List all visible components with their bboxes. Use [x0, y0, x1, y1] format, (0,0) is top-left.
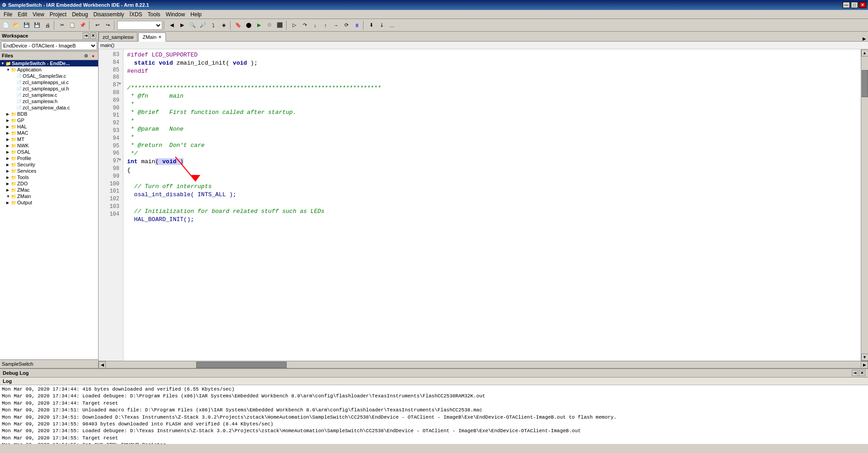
debug-close-button[interactable]: ✕	[859, 370, 865, 376]
tb-undo[interactable]: ↩	[92, 20, 102, 30]
menu-debug[interactable]: Debug	[69, 11, 90, 18]
tree-item[interactable]: ▼📁ZMain	[0, 193, 98, 199]
tb-step-over[interactable]: ↷	[300, 20, 310, 30]
menu-tools[interactable]: Tools	[145, 11, 163, 18]
tree-item[interactable]: ▶📁ZDO	[0, 180, 98, 187]
tb-redo[interactable]: ↪	[103, 20, 113, 30]
tab-zcl-samplesw[interactable]: zcl_samplesw	[99, 32, 137, 41]
tree-item[interactable]: 📄OSAL_SampleSw.c	[0, 73, 98, 79]
tree-item[interactable]: ▼📁Application	[0, 66, 98, 73]
tree-item[interactable]: 📄zcl_samplesw.h	[0, 98, 98, 104]
h-scroll-track[interactable]	[106, 361, 861, 368]
menu-view[interactable]: View	[30, 11, 47, 18]
tree-item[interactable]: ▶📁MT	[0, 136, 98, 142]
tree-item[interactable]: ▶📁OSAL	[0, 149, 98, 155]
tree-item[interactable]: ▶📁Profile	[0, 155, 98, 161]
tb-break[interactable]: ⏸	[352, 20, 362, 30]
tb-step-out[interactable]: ↑	[321, 20, 330, 30]
tb-reset[interactable]: ⟳	[341, 20, 351, 30]
tb-bookmark[interactable]: 🔖	[233, 20, 243, 30]
tb-search[interactable]: 🔍	[188, 20, 198, 30]
workspace-float-button[interactable]: ⇥	[83, 33, 89, 39]
close-button[interactable]: ✕	[859, 2, 866, 8]
line-number: 97▼	[102, 157, 121, 165]
workspace-config-select[interactable]: EndDevice - OTAClient - ImageB	[1, 41, 97, 50]
tree-item[interactable]: ▶📁Tools	[0, 174, 98, 180]
tb-save[interactable]: 💾	[22, 20, 32, 30]
tb-search2[interactable]: 🔎	[198, 20, 208, 30]
workspace-close-button[interactable]: ✕	[90, 33, 96, 39]
tree-item-label: zcl_samplesw.h	[23, 99, 57, 104]
tree-item[interactable]: ▶📁BDB	[0, 111, 98, 117]
tab-zmain-close[interactable]: ✕	[158, 35, 162, 39]
menu-xds[interactable]: ΪXDS	[127, 11, 145, 18]
tb-copy[interactable]: 📋	[67, 20, 77, 30]
tb-sep7	[363, 21, 365, 30]
tb-run-to[interactable]: →	[331, 20, 341, 30]
tb-stop[interactable]: ⬛	[275, 20, 285, 30]
tb-bp-toggle[interactable]: ⬤	[244, 20, 254, 30]
tb-target-dropdown[interactable]	[117, 21, 162, 30]
tree-item-label: GP	[17, 118, 24, 123]
menu-edit[interactable]: Edit	[15, 11, 30, 18]
debug-float-button[interactable]: ⇥	[852, 370, 858, 376]
h-scroll-left-button[interactable]: ◀	[99, 361, 106, 368]
tb-compile[interactable]: ⚙	[264, 20, 274, 30]
tb-match[interactable]: ◈	[219, 20, 229, 30]
minimize-button[interactable]: —	[843, 2, 850, 8]
scroll-up-button[interactable]: ▲	[861, 49, 868, 57]
right-scrollbar[interactable]: ▲ ▼	[861, 49, 868, 361]
menu-file[interactable]: File	[1, 11, 15, 18]
tb-more[interactable]: …	[387, 20, 397, 30]
tree-item[interactable]: ▶📁Services	[0, 168, 98, 174]
tb-new[interactable]: 📄	[1, 20, 11, 30]
menu-project[interactable]: Project	[47, 11, 69, 18]
tree-item[interactable]: 📄zcl_samplesw.c	[0, 92, 98, 98]
tb-download1[interactable]: ⬇	[366, 20, 376, 30]
scroll-track[interactable]	[861, 57, 868, 354]
maximize-button[interactable]: □	[851, 2, 858, 8]
tb-nav-prev[interactable]: ◀	[167, 20, 177, 30]
tb-cut[interactable]: ✂	[57, 20, 67, 30]
tb-save2[interactable]: 💾	[32, 20, 42, 30]
tree-item[interactable]: ▼📁SampleSwitch - EndDe...	[0, 60, 98, 66]
menu-help[interactable]: Help	[188, 11, 204, 18]
tree-item[interactable]: ▶📁NWK	[0, 142, 98, 149]
tb-paste[interactable]: 📌	[78, 20, 88, 30]
tree-item[interactable]: ▶📁ZMac	[0, 187, 98, 193]
workspace-dropdown[interactable]: EndDevice - OTAClient - ImageB	[0, 40, 98, 52]
tab-scroll-right[interactable]: ▶	[861, 36, 868, 41]
tree-item-label: MAC	[17, 130, 28, 136]
folder-icon: 📁	[11, 112, 16, 117]
h-scrollbar: ◀ ▶	[99, 361, 868, 368]
h-scroll-right-button[interactable]: ▶	[861, 361, 868, 368]
tb-debug-start[interactable]: ▷	[289, 20, 299, 30]
tree-item[interactable]: 📄zcl_samplesw_data.c	[0, 104, 98, 111]
tree-item[interactable]: 📄zcl_sampleapps_ui.h	[0, 85, 98, 92]
menu-window[interactable]: Window	[163, 11, 188, 18]
tb-print[interactable]: 🖨	[42, 20, 52, 30]
files-dot-button[interactable]: ●	[90, 52, 96, 59]
tb-download2[interactable]: ⤓	[377, 20, 387, 30]
tb-jump[interactable]: ⤵	[208, 20, 218, 30]
code-line	[127, 199, 857, 207]
scroll-down-button[interactable]: ▼	[861, 354, 868, 361]
debug-content[interactable]: Mon Mar 09, 2020 17:34:44: 416 bytes dow…	[0, 385, 868, 444]
tree-item[interactable]: 📄zcl_sampleapps_ui.c	[0, 79, 98, 85]
menu-disassembly[interactable]: Disassembly	[91, 11, 127, 18]
tb-step-into[interactable]: ↓	[310, 20, 320, 30]
tb-run-green[interactable]: ▶	[254, 20, 264, 30]
files-settings-button[interactable]: ⚙	[83, 52, 89, 59]
tree-item[interactable]: ▶📁HAL	[0, 123, 98, 130]
tb-nav-next[interactable]: ▶	[177, 20, 187, 30]
files-header: Files ⚙ ●	[0, 52, 98, 60]
h-scroll-thumb[interactable]	[196, 362, 287, 368]
scroll-thumb[interactable]	[862, 70, 868, 97]
tree-item[interactable]: ▶📁GP	[0, 117, 98, 123]
code-content[interactable]: #ifdef LCD_SUPPORTED static void zmain_l…	[123, 49, 861, 361]
tab-zmain[interactable]: ZMain ✕	[138, 33, 166, 42]
tree-item[interactable]: ▶📁Security	[0, 161, 98, 168]
tree-item[interactable]: ▶📁Output	[0, 199, 98, 206]
tree-item[interactable]: ▶📁MAC	[0, 130, 98, 136]
tb-open[interactable]: 📂	[11, 20, 21, 30]
